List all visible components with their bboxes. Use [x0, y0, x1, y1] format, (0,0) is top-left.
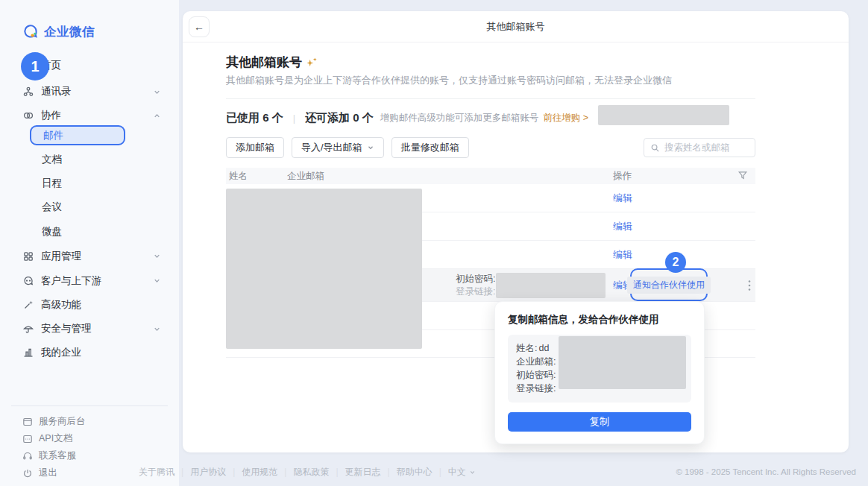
copy-button[interactable]: 复制	[508, 412, 691, 432]
popup-name-value: dd	[538, 341, 549, 355]
security-icon	[22, 323, 34, 335]
search-box[interactable]	[644, 138, 755, 157]
api-icon	[22, 434, 33, 444]
batch-edit-button[interactable]: 批量修改邮箱	[391, 137, 469, 158]
chevron-down-icon	[153, 88, 161, 96]
edit-link[interactable]: 编辑	[613, 248, 632, 262]
page-footer: 关于腾讯 用户协议 使用规范 隐私政策 更新日志 帮助中心 中文 © 1998 …	[139, 464, 856, 479]
add-mailbox-button[interactable]: 添加邮箱	[226, 137, 284, 158]
sidebar-item-label: 日程	[42, 177, 62, 190]
import-export-label: 导入/导出邮箱	[301, 141, 362, 154]
redacted-block-top	[598, 105, 729, 125]
chevron-down-icon	[367, 144, 374, 151]
chevron-down-icon	[469, 469, 476, 476]
provider-icon	[22, 417, 33, 427]
kebab-more-icon[interactable]	[748, 280, 751, 291]
sidebar-divider	[11, 405, 168, 406]
redacted-block-table	[226, 189, 422, 349]
funnel-filter-icon[interactable]	[738, 170, 748, 180]
edit-link[interactable]: 编辑	[613, 192, 632, 205]
sidebar-item-customers[interactable]: 客户与上下游	[0, 268, 179, 293]
sidebar-item-label: 应用管理	[41, 250, 81, 263]
chevron-down-icon	[153, 252, 161, 260]
import-export-button[interactable]: 导入/导出邮箱	[292, 137, 384, 158]
sidebar-item-contacts[interactable]: 通讯录	[0, 78, 179, 105]
main-area: ← 其他邮箱账号 其他邮箱账号 其他邮箱账号是为企业上下游等合作伙伴提供的账号，…	[179, 0, 868, 486]
sparkle-icon	[306, 57, 318, 68]
login-link-label: 登录链接:	[456, 285, 495, 298]
content-card: ← 其他邮箱账号 其他邮箱账号 其他邮箱账号是为企业上下游等合作伙伴提供的账号，…	[183, 11, 849, 452]
sidebar-item-docs[interactable]: 文档	[0, 148, 179, 171]
redacted-credentials	[496, 273, 606, 298]
divider	[226, 98, 755, 99]
edit-link[interactable]: 编辑	[613, 220, 632, 233]
chevron-down-icon	[153, 277, 161, 285]
copyright-text: © 1998 - 2025 Tencent Inc. All Rights Re…	[676, 467, 856, 476]
page-subtitle: 其他邮箱账号是为企业上下游等合作伙伴提供的账号，仅支持通过账号密码访问邮箱，无法…	[226, 74, 755, 87]
footer-link-help[interactable]: 帮助中心	[397, 466, 448, 479]
sidebar-item-label: API文档	[39, 432, 72, 445]
sidebar-item-collaboration[interactable]: 协作	[0, 105, 179, 126]
sidebar-item-label: 通讯录	[41, 85, 72, 98]
advanced-icon	[22, 299, 34, 311]
upgrade-hint: 增购邮件高级功能可添加更多邮箱账号	[380, 112, 539, 124]
sidebar-item-label: 我的企业	[41, 346, 81, 359]
logout-power-icon	[22, 468, 33, 479]
used-count: 已使用 6 个	[226, 111, 283, 125]
go-purchase-link[interactable]: 前往增购 >	[543, 112, 588, 124]
chevron-down-icon	[153, 325, 161, 333]
footer-link-rules[interactable]: 使用规范	[242, 466, 293, 479]
popup-title: 复制邮箱信息，发给合作伙伴使用	[508, 313, 691, 326]
sidebar-item-label: 文档	[42, 153, 62, 166]
sidebar-item-mail[interactable]: 邮件	[30, 125, 125, 145]
tutorial-step-2-badge: 2	[665, 252, 686, 273]
sidebar-item-api-docs[interactable]: API文档	[0, 430, 179, 447]
copy-info-popup: 复制邮箱信息，发给合作伙伴使用 姓名:dd 企业邮箱: 初始密码: 登录链接: …	[494, 301, 705, 444]
search-input[interactable]	[664, 142, 746, 153]
sidebar-item-label: 安全与管理	[41, 322, 92, 335]
back-button[interactable]: ←	[189, 16, 210, 37]
footer-link-changelog[interactable]: 更新日志	[345, 466, 397, 479]
apps-icon	[22, 250, 34, 262]
initial-password-label: 初始密码:	[456, 273, 495, 285]
sidebar-item-company[interactable]: 我的企业	[0, 341, 179, 364]
sidebar-item-apps[interactable]: 应用管理	[0, 244, 179, 268]
arrow-left-icon: ←	[194, 21, 204, 33]
search-icon	[650, 143, 660, 153]
sidebar-item-support[interactable]: 联系客服	[0, 447, 179, 464]
sidebar-item-label: 协作	[41, 109, 61, 122]
page-title: 其他邮箱账号	[226, 54, 302, 71]
collaboration-icon	[22, 110, 34, 122]
sidebar-item-drive[interactable]: 微盘	[0, 219, 179, 244]
sidebar-item-security[interactable]: 安全与管理	[0, 317, 179, 341]
notify-partner-button[interactable]: 通知合作伙伴使用	[627, 277, 711, 294]
page-content: 其他邮箱账号 其他邮箱账号是为企业上下游等合作伙伴提供的账号，仅支持通过账号密码…	[226, 42, 755, 452]
sidebar-item-label: 微盘	[42, 225, 62, 239]
language-selector[interactable]: 中文	[448, 466, 476, 479]
support-headset-icon	[22, 451, 33, 461]
sidebar-item-provider-console[interactable]: 服务商后台	[0, 413, 179, 430]
remaining-count: 还可添加 0 个	[305, 111, 374, 125]
usage-stats: 已使用 6 个 | 还可添加 0 个 增购邮件高级功能可添加更多邮箱账号 前往增…	[226, 107, 755, 128]
footer-link-about[interactable]: 关于腾讯	[139, 466, 190, 479]
sidebar-item-label: 联系客服	[39, 449, 76, 462]
customers-icon	[22, 275, 34, 287]
sidebar-item-label: 会议	[42, 201, 62, 214]
footer-link-privacy[interactable]: 隐私政策	[293, 466, 345, 479]
footer-link-agreement[interactable]: 用户协议	[190, 466, 242, 479]
popup-login-label: 登录链接:	[516, 382, 556, 395]
credentials-labels: 初始密码: 登录链接:	[456, 273, 495, 298]
column-name: 姓名	[229, 170, 287, 183]
popup-password-label: 初始密码:	[516, 368, 556, 382]
sidebar-item-meeting[interactable]: 会议	[0, 195, 179, 219]
language-label: 中文	[448, 466, 466, 479]
column-mail: 企业邮箱	[287, 170, 755, 183]
tutorial-step-1-badge: 1	[21, 52, 49, 81]
sidebar-item-label: 客户与上下游	[41, 274, 101, 288]
chevron-up-icon	[153, 112, 161, 120]
logo-text: 企业微信	[44, 24, 95, 40]
sidebar-nav: 首页 通讯录 协作 邮件	[0, 52, 179, 364]
sidebar-item-calendar[interactable]: 日程	[0, 171, 179, 195]
sidebar-item-advanced[interactable]: 高级功能	[0, 293, 179, 317]
wecom-logo[interactable]: 企业微信	[0, 0, 179, 45]
